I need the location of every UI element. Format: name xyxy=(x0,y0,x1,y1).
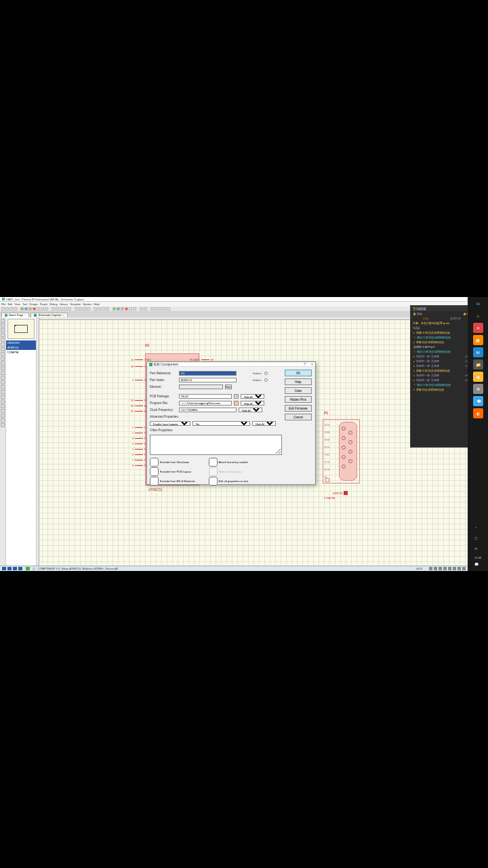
fp-item[interactable]: ▸讲解:工程,协从清明状田说起 xyxy=(411,330,470,335)
freq-input[interactable] xyxy=(179,408,237,412)
component-p1[interactable]: P1 DCD DSR RXD RTS TXD CTS DTR RI xyxy=(323,416,360,490)
lt-subcircuit[interactable] xyxy=(1,347,5,351)
menu-help[interactable]: Help xyxy=(94,302,100,306)
tb-zoom-fit[interactable] xyxy=(75,307,78,311)
lt-junction[interactable] xyxy=(1,328,5,332)
lt-text[interactable] xyxy=(1,338,5,342)
fp-item[interactable]: ▸第四节一讲: 主讲师x5 xyxy=(411,363,470,368)
tab-schematic-close[interactable]: × xyxy=(62,313,64,317)
val-input[interactable] xyxy=(179,378,237,382)
pkg-hide-select[interactable]: Hide All xyxy=(241,394,264,399)
wtb-search[interactable]: ○ xyxy=(473,311,483,321)
lt-graph[interactable] xyxy=(1,361,5,366)
tb-zoom-in[interactable] xyxy=(79,307,82,311)
data-button[interactable]: Data xyxy=(285,387,312,394)
fp-item[interactable]: 说明皆:工程,Part7 xyxy=(411,344,470,349)
fp-title[interactable]: 互动面板 xyxy=(411,306,470,311)
tb-code[interactable] xyxy=(45,307,48,311)
tb-rot-ccw[interactable] xyxy=(155,307,158,311)
wtb-clock[interactable]: 12:40 xyxy=(474,556,481,559)
wtb-app8[interactable]: ◐ xyxy=(473,408,483,418)
attach-hier-check[interactable]: Attach hierarchy module xyxy=(209,458,249,467)
st-icon1[interactable] xyxy=(429,567,432,570)
lt-marker[interactable] xyxy=(1,423,5,427)
ref-input[interactable] xyxy=(179,371,237,376)
lt-generator[interactable] xyxy=(1,371,5,375)
dialog-close-icon[interactable]: × xyxy=(311,362,313,366)
tb-bom[interactable] xyxy=(41,307,44,311)
lt-box[interactable] xyxy=(1,395,5,399)
menu-library[interactable]: Library xyxy=(60,302,68,306)
lt-symbol[interactable] xyxy=(1,418,5,422)
fp-item[interactable]: ✎笔记:工程,协从清明状田说起 xyxy=(411,335,470,340)
sim-msg-icon[interactable] xyxy=(26,567,30,570)
dialog-titlebar[interactable]: Edit Component ? × xyxy=(147,362,315,367)
prog-hide-select[interactable]: Hide All xyxy=(241,401,264,406)
fp-item[interactable]: ✎笔记:工程,协从清明状田说起 xyxy=(411,382,470,387)
exclude-sim-check[interactable]: Exclude from Simulation xyxy=(150,458,195,467)
tb-origin[interactable] xyxy=(102,307,105,311)
lt-probe-v[interactable] xyxy=(1,376,5,380)
lt-circle[interactable] xyxy=(1,399,5,403)
tb-zoom-out[interactable] xyxy=(83,307,86,311)
sim-pause[interactable] xyxy=(13,567,17,570)
fp-item[interactable]: ▸讲解:工程,协从清明状田说起 xyxy=(411,368,470,373)
other-props-textarea[interactable] xyxy=(150,435,282,455)
lt-component[interactable] xyxy=(1,323,5,328)
freq-hide-select[interactable]: Hide All xyxy=(239,408,262,412)
edit-all-check[interactable]: Edit all properties as text xyxy=(209,477,249,486)
fp-item[interactable]: ▸第四节一讲: 主讲师x4 xyxy=(411,354,470,359)
fp-tab-list[interactable]: 准测列表 xyxy=(441,316,470,321)
lt-arc[interactable] xyxy=(1,404,5,408)
edit-firmware-button[interactable]: Edit Firmware xyxy=(285,405,312,412)
lt-select[interactable] xyxy=(1,319,5,323)
wtb-tray1[interactable]: ⌃ xyxy=(474,526,481,533)
wtb-ime[interactable]: 中 xyxy=(474,547,481,553)
fp-item[interactable]: ✎笔记:工程,协从清明状田说起 xyxy=(411,349,470,354)
val-hidden-check[interactable] xyxy=(264,378,268,382)
sim-step[interactable] xyxy=(7,567,12,570)
wtb-tray2[interactable]: ☐ xyxy=(474,536,481,543)
sim-play[interactable] xyxy=(2,567,6,570)
tab-schematic[interactable]: Schematic Capture × xyxy=(30,313,67,317)
menu-graph[interactable]: Graph xyxy=(40,302,47,306)
menu-design[interactable]: Design xyxy=(29,302,37,306)
tb-stop[interactable] xyxy=(125,307,128,311)
lt-terminal[interactable] xyxy=(1,352,5,356)
tb-step[interactable] xyxy=(117,307,120,311)
menu-system[interactable]: System xyxy=(83,302,92,306)
pkg-browse-button[interactable]: ? xyxy=(234,394,239,399)
new-element-button[interactable]: New xyxy=(225,384,232,389)
fp-item[interactable]: ▸第四节一讲: 主讲师x6 xyxy=(411,373,470,378)
tb-save[interactable] xyxy=(9,307,13,311)
st-icon7[interactable] xyxy=(458,567,461,570)
fp-item[interactable]: ▸讲解,协从清明状田说起 xyxy=(411,387,470,392)
hidden-pins-button[interactable]: Hidden Pins xyxy=(285,396,312,403)
tb-play[interactable] xyxy=(113,307,116,311)
st-icon6[interactable] xyxy=(453,567,456,570)
tb-open[interactable] xyxy=(5,307,9,311)
tb-paste[interactable] xyxy=(68,307,71,311)
fp-tab-discuss[interactable]: 讨论 xyxy=(411,316,441,321)
prog-input[interactable] xyxy=(179,401,232,406)
tb-mirror-v[interactable] xyxy=(163,307,166,311)
tb-bus[interactable] xyxy=(144,307,147,311)
canvas[interactable]: U1 19XTAL1 18XTAL2 9RST 29PSEN 30ALE 31E… xyxy=(37,317,468,566)
prog-browse-button[interactable]: 📁 xyxy=(234,401,239,406)
tab-home[interactable]: Home Page × xyxy=(1,313,29,317)
tb-pause[interactable] xyxy=(121,307,124,311)
wtb-app6[interactable]: ⚙ xyxy=(473,384,483,394)
st-icon3[interactable] xyxy=(439,567,442,570)
fp-item[interactable]: ▸第四节一讲: 主讲师x4 xyxy=(411,359,470,363)
menu-template[interactable]: Template xyxy=(70,302,81,306)
lt-path[interactable] xyxy=(1,409,5,413)
trace-value-select[interactable]: No xyxy=(192,421,250,426)
tb-wire[interactable] xyxy=(140,307,143,311)
wtb-app7[interactable]: 💬 xyxy=(473,396,483,406)
tb-zoom-area[interactable] xyxy=(87,307,90,311)
wtb-app4[interactable]: 📁 xyxy=(473,359,483,370)
sim-stop[interactable] xyxy=(18,567,22,570)
tb-undo[interactable] xyxy=(52,307,55,311)
st-icon2[interactable] xyxy=(434,567,437,570)
fp-item[interactable]: ▸第四节一讲: 主讲师x6 xyxy=(411,378,470,382)
